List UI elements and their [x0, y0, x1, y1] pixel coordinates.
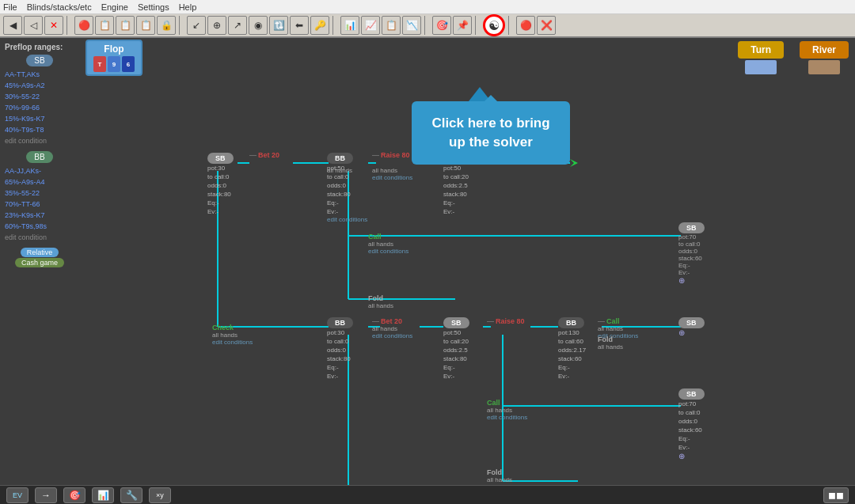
call3-edit-cond[interactable]: edit conditions	[487, 414, 527, 421]
sb3-plus[interactable]: ⊕	[678, 276, 705, 285]
node-sb6: SB pot:70 to call:0 odds:0 stack:60 Eq:-…	[678, 388, 705, 460]
turn-sub-button[interactable]	[745, 60, 777, 74]
action-fold-1: Fold all hands	[368, 294, 393, 309]
menu-file[interactable]: File	[3, 2, 17, 12]
sb-range-4[interactable]: 70%-99-66	[5, 102, 74, 113]
bottom-btn-ev[interactable]: EV	[6, 487, 28, 503]
menu-engine[interactable]: Engine	[101, 2, 128, 12]
toolbar-btn-20[interactable]: 📌	[453, 16, 472, 35]
bottom-btn-tool[interactable]: 🔧	[120, 487, 142, 503]
bb-range-2[interactable]: 65%-A9s-A4	[5, 176, 74, 188]
bb-range-3[interactable]: 35%-55-22	[5, 188, 74, 199]
toolbar-btn-18[interactable]: 📉	[402, 16, 421, 35]
toolbar-btn-13[interactable]: ⬅	[290, 16, 309, 35]
sidebar: Preflop ranges: SB AA-TT,AKs 45%-A9s-A2 …	[0, 38, 79, 485]
bb-range-1[interactable]: AA-JJ,AKs-	[5, 165, 74, 176]
bb1-edit-cond[interactable]: edit conditions	[327, 216, 367, 223]
toolbar-btn-1[interactable]: ◀	[3, 16, 22, 35]
sb-range-3[interactable]: 30%-55-22	[5, 91, 74, 102]
toolbar-btn-11[interactable]: ◉	[249, 16, 268, 35]
call1-all-hands: all hands	[368, 241, 408, 248]
bottom-btn-arrow[interactable]: →	[35, 487, 57, 503]
sb3-info: pot:70 to call:0 odds:0 stack:60 Eq:- Ev…	[678, 233, 705, 276]
raise80-2-label: Raise 80	[496, 317, 525, 325]
toolbar-btn-5[interactable]: 📋	[116, 16, 135, 35]
callout-tooltip[interactable]: Click here to bring up the solver	[412, 101, 570, 165]
toolbar-btn-9[interactable]: ⊕	[207, 16, 226, 35]
bb-range-4[interactable]: 70%-TT-66	[5, 199, 74, 210]
raise80-label: Raise 80	[381, 151, 410, 159]
turn-button[interactable]: Turn	[738, 41, 784, 59]
bb-edit-condition[interactable]: edit condition	[5, 233, 74, 241]
toolbar-btn-7[interactable]: 🔒	[157, 16, 176, 35]
action-fold-3: Fold all hands edit conditions	[487, 468, 527, 485]
menu-help[interactable]: Help	[179, 2, 197, 12]
toolbar-btn-8[interactable]: ↙	[187, 16, 206, 35]
fold1-all-hands: all hands	[368, 302, 393, 309]
river-button[interactable]: River	[800, 41, 849, 59]
sb-range-5[interactable]: 15%-K9s-K7	[5, 113, 74, 124]
call3-label: Call	[487, 399, 500, 407]
river-sub-button[interactable]	[808, 60, 840, 74]
bb1-all-hands: all hands	[327, 167, 352, 174]
check1-edit-cond[interactable]: edit conditions	[212, 339, 253, 346]
sb4-plus[interactable]: ⊕	[678, 328, 705, 337]
flop-card-1: T	[93, 56, 106, 72]
toolbar-btn-14[interactable]: 🔑	[310, 16, 329, 35]
toolbar-btn-close[interactable]: ✕	[44, 16, 63, 35]
raise80-edit-cond[interactable]: edit conditions	[372, 174, 412, 181]
menu-bar: File Blinds/stacks/etc Engine Settings H…	[0, 0, 855, 14]
node-bb4: BB pot:130 to call:60 odds:2.17 stack:60…	[558, 317, 586, 381]
bottom-btn-xy[interactable]: ×y	[149, 487, 171, 503]
bet20-2-label: Bet 20	[381, 317, 402, 325]
sb-range-2[interactable]: 45%-A9s-A2	[5, 80, 74, 91]
fold3-label: Fold	[487, 468, 502, 476]
cashgame-button[interactable]: Cash game	[15, 258, 64, 267]
toolbar-btn-12[interactable]: 🔃	[269, 16, 288, 35]
toolbar-btn-10[interactable]: ↗	[228, 16, 247, 35]
sb6-info: pot:70 to call:0 odds:0 stack:60 Eq:- Ev…	[678, 400, 705, 452]
toolbar-btn-22[interactable]: ❌	[537, 16, 556, 35]
main-canvas[interactable]: Flop T 9 6 Turn River Clic	[79, 38, 855, 485]
preflop-ranges-label: Preflop ranges:	[5, 43, 74, 51]
sb-range-1[interactable]: AA-TT,AKs	[5, 69, 74, 80]
flop-cards: T 9 6	[93, 56, 135, 72]
toolbar-btn-3[interactable]: 🔴	[74, 16, 93, 35]
sb-edit-condition[interactable]: edit condition	[5, 137, 74, 145]
toolbar-sep-6	[508, 16, 513, 35]
menu-blinds[interactable]: Blinds/stacks/etc	[27, 2, 92, 12]
sb5-pill: SB	[443, 317, 469, 328]
toolbar-btn-4[interactable]: 📋	[95, 16, 114, 35]
toolbar-btn-2[interactable]: ◁	[24, 16, 43, 35]
toolbar-btn-19[interactable]: 🎯	[432, 16, 451, 35]
bb-range-5[interactable]: 23%-K9s-K7	[5, 210, 74, 221]
sb1-info: pot:30 to call:0 odds:0 stack:80 Eq:- Ev…	[207, 164, 234, 216]
node-bb3: BB pot:30 to call:0 odds:0 stack:80 Eq:-…	[327, 317, 353, 381]
toolbar-btn-16[interactable]: 📈	[361, 16, 380, 35]
flop-section[interactable]: Flop T 9 6	[86, 40, 142, 76]
bottom-btn-target[interactable]: 🎯	[63, 487, 86, 503]
sb6-plus[interactable]: ⊕	[678, 452, 705, 460]
bb4-info: pot:130 to call:60 odds:2.17 stack:60 Eq…	[558, 328, 586, 381]
sb-button[interactable]: SB	[26, 55, 52, 66]
bb-range-6[interactable]: 60%-T9s,98s	[5, 221, 74, 232]
toolbar-btn-17[interactable]: 📋	[382, 16, 401, 35]
flop-card-2: 9	[108, 56, 120, 72]
bb1-pill: BB	[327, 153, 353, 164]
bb-button[interactable]: BB	[26, 151, 52, 163]
toolbar-btn-6[interactable]: 📋	[136, 16, 155, 35]
node-sb3: SB pot:70 to call:0 odds:0 stack:60 Eq:-…	[678, 222, 705, 285]
fold3-edit-cond[interactable]: edit conditions	[487, 483, 527, 485]
bottom-btn-chart[interactable]: 📊	[92, 487, 114, 503]
sb-range-6[interactable]: 40%-T9s-T8	[5, 124, 74, 135]
action-bet20-1: — Bet 20	[249, 151, 279, 159]
svg-marker-6	[570, 159, 578, 167]
call1-edit-cond[interactable]: edit conditions	[368, 248, 408, 255]
yin-yang-button[interactable]: ☯	[483, 14, 505, 36]
relative-button[interactable]: Relative	[21, 248, 59, 257]
bottom-btn-right1[interactable]: ◼◼	[823, 487, 849, 503]
toolbar-btn-21[interactable]: 🔴	[516, 16, 535, 35]
menu-settings[interactable]: Settings	[138, 2, 169, 12]
toolbar-btn-15[interactable]: 📊	[340, 16, 359, 35]
bet20-2-edit-cond[interactable]: edit conditions	[372, 332, 412, 339]
